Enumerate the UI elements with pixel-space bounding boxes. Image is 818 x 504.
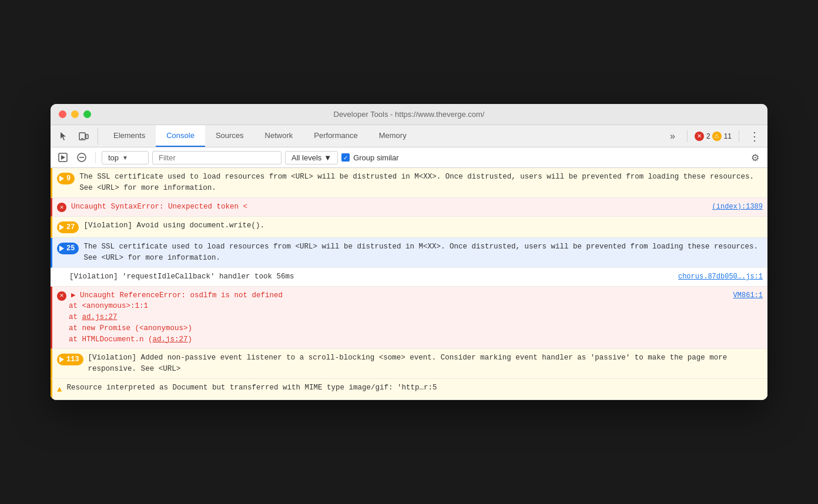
more-tabs-button[interactable]: » <box>665 129 680 144</box>
log-message: The SSL certificate used to load resourc… <box>79 172 763 194</box>
console-output: 9 The SSL certificate used to load resou… <box>51 168 767 400</box>
tab-network[interactable]: Network <box>254 125 304 147</box>
log-message: The SSL certificate used to load resourc… <box>83 241 763 264</box>
level-selector[interactable]: All levels ▼ <box>285 151 338 164</box>
minimize-button[interactable] <box>71 110 79 118</box>
context-selector[interactable]: top ▼ <box>102 151 149 164</box>
log-message: [Violation] 'requestIdleCallback' handle… <box>55 271 678 283</box>
warn-badge: ⚠ <box>712 132 722 141</box>
source-link[interactable]: VM861:1 <box>733 290 763 301</box>
title-bar: Developer Tools - https://www.theverge.c… <box>51 104 767 125</box>
chevron-down-icon: ▼ <box>122 154 128 161</box>
warn-badge-icon: 27 <box>57 221 79 234</box>
toolbar-divider <box>95 152 96 163</box>
stack-link[interactable]: ad.js:27 <box>153 335 188 344</box>
level-label: All levels <box>291 153 321 162</box>
log-message: [Violation] Added non-passive event list… <box>88 352 763 375</box>
log-entry: 25 The SSL certificate used to load reso… <box>51 238 767 268</box>
group-similar-checkbox[interactable] <box>341 153 350 162</box>
log-entry: [Violation] 'requestIdleCallback' handle… <box>51 268 767 287</box>
tab-memory[interactable]: Memory <box>368 125 417 147</box>
warn-number: 11 <box>724 132 732 140</box>
badge-count: 113 <box>66 354 79 365</box>
badge-count: 27 <box>66 222 75 233</box>
window-title: Developer Tools - https://www.theverge.c… <box>334 110 485 119</box>
info-badge-icon: 25 <box>57 243 79 256</box>
badge-count: 9 <box>66 173 71 184</box>
tab-elements[interactable]: Elements <box>103 125 156 147</box>
divider <box>687 130 688 142</box>
count-badge: 9 <box>57 173 75 184</box>
play-icon <box>59 224 64 230</box>
log-message: [Violation] Avoid using document.write()… <box>83 220 763 231</box>
more-options-button[interactable]: ⋮ <box>746 127 763 146</box>
filter-input[interactable] <box>152 151 281 164</box>
error-circle-icon: ✕ <box>57 203 66 212</box>
warn-badge-icon: 9 <box>57 173 75 186</box>
log-message: Uncaught SyntaxError: Unexpected token < <box>71 201 712 213</box>
tab-bar: Elements Console Sources Network Perform… <box>51 125 767 147</box>
execute-button[interactable] <box>55 150 71 165</box>
count-badge: 113 <box>57 354 83 365</box>
tabs: Elements Console Sources Network Perform… <box>103 125 659 147</box>
tab-sources[interactable]: Sources <box>205 125 254 147</box>
stack-link[interactable]: ad.js:27 <box>82 313 118 321</box>
expand-arrow[interactable]: ▶ <box>71 291 76 300</box>
error-count: ✕ 2 ⚠ 11 <box>695 132 732 141</box>
group-similar[interactable]: Group similar <box>341 153 398 162</box>
traffic-lights <box>59 110 91 118</box>
badge-count: 25 <box>66 243 75 254</box>
log-entry: 113 [Violation] Added non-passive event … <box>51 349 767 379</box>
group-similar-label: Group similar <box>353 153 398 162</box>
log-entry: 27 [Violation] Avoid using document.writ… <box>51 217 767 238</box>
play-icon <box>59 246 64 251</box>
close-button[interactable] <box>59 110 66 118</box>
context-value: top <box>108 153 119 162</box>
warn-badge-icon: ▲ <box>57 384 62 396</box>
error-number: 2 <box>706 132 710 140</box>
error-circle-icon: ✕ <box>57 291 66 301</box>
toolbar-icons <box>55 128 98 145</box>
stack-frame: at ad.js:27 <box>69 312 763 323</box>
tab-console[interactable]: Console <box>156 125 205 147</box>
play-icon <box>59 357 64 362</box>
log-entry: 9 The SSL certificate used to load resou… <box>51 168 767 198</box>
stack-frame: at new Promise (<anonymous>) <box>69 323 763 334</box>
log-row: Uncaught SyntaxError: Unexpected token <… <box>71 201 763 213</box>
log-entry: ✕ ▶ Uncaught ReferenceError: osdlfm is n… <box>51 287 767 350</box>
log-row: [Violation] 'requestIdleCallback' handle… <box>55 271 763 283</box>
divider2 <box>739 130 739 142</box>
log-entry: ✕ Uncaught SyntaxError: Unexpected token… <box>51 198 767 217</box>
tab-performance[interactable]: Performance <box>303 125 368 147</box>
settings-button[interactable]: ⚙ <box>747 150 763 165</box>
clear-console-button[interactable] <box>74 150 89 165</box>
error-badge: ✕ <box>695 132 704 141</box>
device-toolbar-icon[interactable] <box>75 128 92 145</box>
svg-marker-4 <box>61 155 65 160</box>
console-toolbar: top ▼ All levels ▼ Group similar ⚙ <box>51 147 767 168</box>
warn-badge-icon: 113 <box>57 354 83 367</box>
log-entry: ▲ Resource interpreted as Document but t… <box>51 379 767 400</box>
count-badge: 27 <box>57 221 79 233</box>
tab-bar-right: » ✕ 2 ⚠ 11 ⋮ <box>659 127 763 146</box>
source-link[interactable]: (index):1389 <box>712 201 763 212</box>
maximize-button[interactable] <box>83 110 91 118</box>
level-chevron-icon: ▼ <box>324 153 331 162</box>
stack-frame: at HTMLDocument.n (ad.js:27) <box>69 334 763 345</box>
svg-rect-1 <box>86 135 88 139</box>
devtools-window: Developer Tools - https://www.theverge.c… <box>51 104 767 400</box>
stack-frame: at <anonymous>:1:1 <box>69 301 763 312</box>
error-icon: ✕ <box>57 203 66 212</box>
cursor-icon[interactable] <box>55 128 72 145</box>
log-message: Resource interpreted as Document but tra… <box>66 382 763 394</box>
play-icon <box>59 176 64 182</box>
log-message: ▶ Uncaught ReferenceError: osdlfm is not… <box>71 290 733 301</box>
stack-trace: at <anonymous>:1:1 at ad.js:27 at new Pr… <box>69 301 763 345</box>
warn-triangle-icon: ▲ <box>57 385 62 394</box>
count-badge: 25 <box>57 243 79 254</box>
source-link[interactable]: chorus.87db050….js:1 <box>678 271 763 282</box>
